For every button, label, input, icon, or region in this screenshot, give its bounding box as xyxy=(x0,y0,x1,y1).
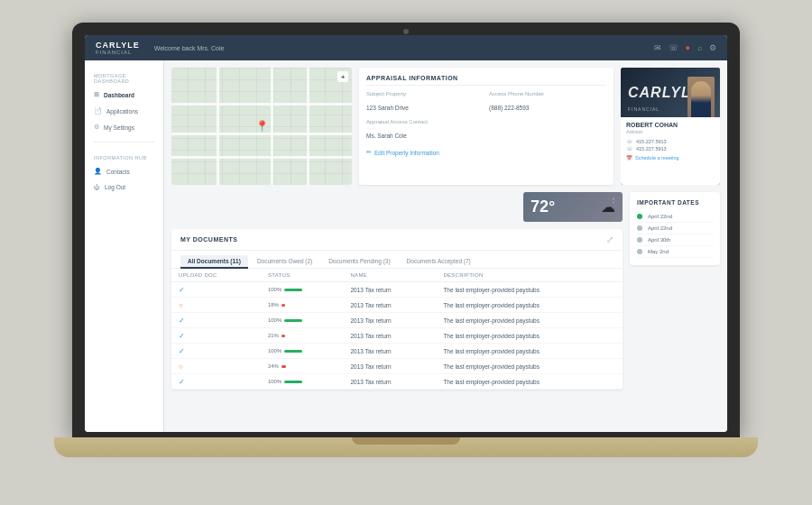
date-item: April 30th xyxy=(637,234,713,246)
logo-financial: FINANCIAL xyxy=(96,50,140,55)
dates-column: IMPORTANT DATES April 22nd April 22nd Ap… xyxy=(630,192,720,425)
sidebar-label-applications: Applications xyxy=(106,108,138,115)
col-description: Description xyxy=(436,269,623,282)
name-cell: 2013 Tax return xyxy=(343,359,436,374)
map-road xyxy=(171,156,352,159)
logo-carlyle: CARLYLE xyxy=(96,41,140,50)
name-cell: 2013 Tax return xyxy=(343,344,436,359)
table-row: ○ 24% 2013 Tax return The last employer-… xyxy=(171,359,623,374)
agent-phone1: ☏ 415.227.5913 xyxy=(626,138,715,144)
upload-cell[interactable]: ○ xyxy=(171,359,261,374)
sidebar-label-dashboard: Dashboard xyxy=(104,92,134,98)
status-cell: 100% xyxy=(261,344,344,359)
agent-info: ROBERT COHAN Advisor ☏ 415.227.5913 ☏ 41… xyxy=(621,117,720,185)
access-contact-value: Ms. Sarah Cole xyxy=(366,133,407,139)
weather-temp: 72° xyxy=(531,197,555,216)
notification-icon[interactable]: ● xyxy=(686,43,690,52)
phone1-icon: ☏ xyxy=(626,138,633,144)
dates-title: IMPORTANT DATES xyxy=(637,199,713,206)
upload-cell[interactable]: ✓ xyxy=(171,313,261,328)
upload-cell[interactable]: ✓ xyxy=(171,328,261,344)
widget-menu-button[interactable]: ⋮ xyxy=(610,196,617,204)
edit-property-link[interactable]: ✏ Edit Property Information xyxy=(366,149,606,156)
tab-documents-pending[interactable]: Documents Pending (3) xyxy=(321,255,397,269)
schedule-meeting-button[interactable]: 📅 Schedule a meeting xyxy=(626,155,715,161)
map-expand-button[interactable]: + xyxy=(337,71,348,82)
description-cell: The last employer-provided paystubs xyxy=(436,282,623,298)
status-cell: 100% xyxy=(261,374,344,390)
bottom-row: 72° ☁ ⋮ MY DOCUMENTS ⤢ xyxy=(171,192,720,425)
sidebar-label-logout: Log Out xyxy=(105,184,125,190)
date-item: May 2nd xyxy=(637,246,713,258)
table-row: ✓ 100% 2013 Tax return The last employer… xyxy=(171,344,623,359)
name-cell: 2013 Tax return xyxy=(343,313,436,328)
date-dot xyxy=(637,249,642,254)
status-cell: 24% xyxy=(261,359,344,374)
dates-panel: IMPORTANT DATES April 22nd April 22nd Ap… xyxy=(630,192,720,265)
access-phone-field: Access Phone Number (888) 222-8593 xyxy=(489,91,606,114)
sidebar-item-logout[interactable]: ⏻ Log Out xyxy=(85,180,163,194)
upload-cell[interactable]: ✓ xyxy=(171,282,261,298)
subject-property-label: Subject Property xyxy=(366,91,484,96)
documents-expand-icon[interactable]: ⤢ xyxy=(606,234,614,244)
status-cell: 100% xyxy=(261,282,344,298)
documents-title: MY DOCUMENTS xyxy=(180,236,237,243)
name-cell: 2013 Tax return xyxy=(343,298,436,313)
sidebar-item-applications[interactable]: 📄 Applications xyxy=(85,104,163,118)
upload-cell[interactable]: ✓ xyxy=(171,374,261,390)
camera xyxy=(403,29,409,34)
search-icon[interactable]: ⌕ xyxy=(697,43,702,52)
main-layout: Mortgage Dashboard ⊞ Dashboard 📄 Applica… xyxy=(85,60,727,432)
logo: CARLYLE FINANCIAL xyxy=(96,41,140,55)
nav-icons: ✉ ☏ ● ⌕ ⚙ xyxy=(654,43,716,52)
tab-documents-accepted[interactable]: Documents Accepted (7) xyxy=(400,255,478,269)
date-dot xyxy=(637,214,642,219)
sidebar-item-contacts[interactable]: 👤 Contacts xyxy=(85,164,163,179)
gear-icon: ⚙ xyxy=(94,124,99,131)
phone-icon[interactable]: ☏ xyxy=(669,43,678,52)
agent-phone2-value: 415.227.5913 xyxy=(636,146,667,152)
laptop-shell: CARLYLE FINANCIAL Welcome back Mrs. Cole… xyxy=(54,23,758,482)
date-label: May 2nd xyxy=(648,249,669,254)
agent-name: ROBERT COHAN xyxy=(626,122,715,128)
subject-property-value: 123 Sarah Drive xyxy=(366,105,409,111)
upload-cell[interactable]: ✓ xyxy=(171,344,261,359)
documents-section: MY DOCUMENTS ⤢ All Documents (11) Docume… xyxy=(171,229,623,390)
access-contact-field: Appraisal Access Contact Ms. Sarah Cole xyxy=(366,119,484,142)
appraisal-title: APPRAISAL INFORMATION xyxy=(366,75,606,86)
edit-icon: ✏ xyxy=(366,149,372,156)
date-label: April 22nd xyxy=(648,225,672,231)
date-item: April 22nd xyxy=(637,223,713,234)
table-row: ✓ 100% 2013 Tax return The last employer… xyxy=(171,313,623,328)
description-cell: The last employer-provided paystubs xyxy=(436,313,623,328)
agent-avatar xyxy=(687,77,715,117)
sidebar-item-settings[interactable]: ⚙ My Settings xyxy=(85,120,163,134)
col-name: Name xyxy=(343,269,436,282)
description-cell: The last employer-provided paystubs xyxy=(436,328,623,344)
appraisal-panel: APPRAISAL INFORMATION Subject Property 1… xyxy=(359,68,614,185)
tab-documents-owed[interactable]: Documents Owed (2) xyxy=(250,255,319,269)
top-row: 📍 + APPRAISAL INFORMATION Subject Proper… xyxy=(171,68,720,185)
sidebar-section2-title: Information Hub xyxy=(85,150,163,162)
sidebar-item-dashboard[interactable]: ⊞ Dashboard xyxy=(85,87,163,102)
map-background: 📍 xyxy=(171,68,352,185)
status-cell: 21% xyxy=(261,328,344,344)
documents-header: MY DOCUMENTS ⤢ xyxy=(171,229,623,251)
name-cell: 2013 Tax return xyxy=(343,282,436,298)
agent-phone1-value: 415.227.5913 xyxy=(636,139,667,144)
sidebar-label-settings: My Settings xyxy=(104,124,134,131)
tab-all-documents[interactable]: All Documents (11) xyxy=(180,255,248,269)
table-row: ○ 18% 2013 Tax return The last employer-… xyxy=(171,298,623,313)
mail-icon[interactable]: ✉ xyxy=(654,43,661,52)
content-area: 📍 + APPRAISAL INFORMATION Subject Proper… xyxy=(164,60,727,432)
settings-icon[interactable]: ⚙ xyxy=(709,43,716,52)
map-road xyxy=(171,103,352,106)
top-nav: CARLYLE FINANCIAL Welcome back Mrs. Cole… xyxy=(85,35,727,60)
description-cell: The last employer-provided paystubs xyxy=(436,374,623,390)
date-label: April 22nd xyxy=(648,214,672,219)
date-dot xyxy=(637,237,642,243)
access-contact-label: Appraisal Access Contact xyxy=(366,119,484,124)
sidebar: Mortgage Dashboard ⊞ Dashboard 📄 Applica… xyxy=(85,60,164,432)
table-row: ✓ 100% 2013 Tax return The last employer… xyxy=(171,282,623,298)
upload-cell[interactable]: ○ xyxy=(171,298,261,313)
